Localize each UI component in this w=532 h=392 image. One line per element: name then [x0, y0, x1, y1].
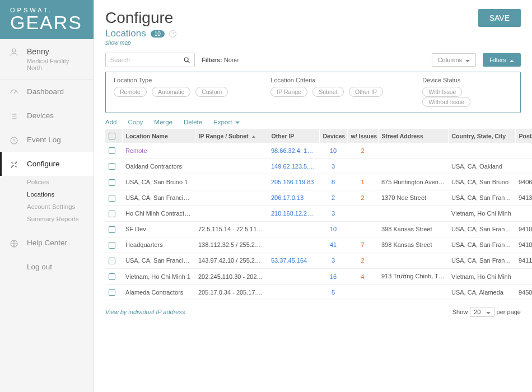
table-row[interactable]: USA, CA, San Bruno 1205.166.119.8381875 …: [105, 174, 532, 190]
row-checkbox[interactable]: [109, 211, 115, 217]
cell-issues[interactable]: 2: [347, 143, 378, 158]
pill-subnet[interactable]: Subnet: [312, 87, 343, 97]
table-row[interactable]: Vietnam, Ho Chi Minh 1202.245.110.30 - 2…: [105, 268, 532, 284]
cell-issues[interactable]: [347, 158, 378, 174]
nav-configure[interactable]: Configure: [0, 152, 94, 176]
cell-devices[interactable]: 10: [319, 221, 347, 237]
filter-type-label: Location Type: [114, 77, 270, 83]
col-postal[interactable]: Postal Code: [515, 129, 532, 143]
cell-name: Alameda Contractors: [122, 284, 195, 300]
table-row[interactable]: Remote98.66.32.4, 102.8...102: [105, 143, 532, 158]
cell-devices[interactable]: 5: [319, 284, 347, 300]
show-map-link[interactable]: show map: [105, 40, 176, 46]
subnav-summary[interactable]: Summary Reports: [27, 213, 94, 225]
nav-helpcenter[interactable]: Help Center: [0, 231, 94, 255]
cell-issues[interactable]: 2: [347, 190, 378, 206]
row-checkbox[interactable]: [109, 147, 115, 154]
nav-dashboard[interactable]: Dashboard: [0, 80, 94, 104]
pill-iprange[interactable]: IP Range: [270, 87, 307, 97]
cell-postal: [515, 268, 532, 284]
search-field[interactable]: [105, 53, 195, 67]
cell-issues[interactable]: [347, 284, 378, 300]
cell-other: [268, 268, 319, 284]
cell-issues[interactable]: [347, 221, 378, 237]
col-csc[interactable]: Country, State, City: [448, 129, 515, 143]
action-export[interactable]: Export: [213, 119, 240, 125]
pill-automatic[interactable]: Automatic: [152, 87, 190, 97]
row-checkbox[interactable]: [109, 289, 115, 296]
col-devices[interactable]: Devices: [319, 129, 347, 143]
table-row[interactable]: USA, CA, San Francisco 3143.97.42.10 / 2…: [105, 253, 532, 268]
pill-custom[interactable]: Custom: [195, 87, 228, 97]
cell-devices[interactable]: 10: [319, 143, 347, 158]
row-checkbox[interactable]: [109, 163, 115, 170]
cell-street: [378, 158, 448, 174]
cell-street: 875 Huntington Avenue: [378, 174, 448, 190]
cell-other: [268, 237, 319, 253]
nav-eventlog[interactable]: Event Log: [0, 128, 94, 152]
pill-remote[interactable]: Remote: [114, 87, 147, 97]
cell-issues[interactable]: [347, 206, 378, 221]
col-street[interactable]: Street Address: [378, 129, 448, 143]
col-name[interactable]: Location Name: [122, 129, 195, 143]
cell-street: 913 Trường Chinh, Tây Th...: [378, 268, 448, 284]
table-row[interactable]: Headquarters138.112.32.5 / 255.255.255.0…: [105, 237, 532, 253]
row-checkbox[interactable]: [109, 242, 115, 249]
table-row[interactable]: Alameda Contractors205.17.0.34 - 205.17.…: [105, 284, 532, 300]
cell-csc: Vietnam, Ho Chi Minh: [448, 206, 515, 221]
pill-withissue[interactable]: With Issue: [422, 87, 462, 97]
row-checkbox[interactable]: [109, 195, 115, 202]
cell-devices[interactable]: 3: [319, 206, 347, 221]
row-checkbox[interactable]: [109, 179, 115, 186]
table-row[interactable]: Ho Chi Minh Contractors210.168.12.28, 21…: [105, 206, 532, 221]
row-checkbox[interactable]: [109, 258, 115, 264]
action-add[interactable]: Add: [105, 119, 116, 125]
user-block[interactable]: Benny Medical Facility North: [0, 39, 94, 80]
cell-ip: [195, 158, 268, 174]
row-checkbox[interactable]: [109, 226, 115, 233]
cell-devices[interactable]: 41: [319, 237, 347, 253]
cell-devices[interactable]: 2: [319, 190, 347, 206]
cell-issues[interactable]: 7: [347, 237, 378, 253]
page-size-select[interactable]: 20: [470, 307, 494, 317]
nav-devices[interactable]: Devices: [0, 104, 94, 128]
col-other[interactable]: Other IP: [268, 129, 319, 143]
col-issues[interactable]: w/ Issues: [347, 129, 378, 143]
user-name: Benny: [27, 47, 86, 56]
cell-other: 98.66.32.4, 102.8...: [268, 143, 319, 158]
table-row[interactable]: USA, CA, San Francisco 2206.17.0.1322137…: [105, 190, 532, 206]
help-icon[interactable]: ?: [169, 30, 176, 38]
row-checkbox[interactable]: [109, 273, 115, 280]
cell-devices[interactable]: 3: [319, 158, 347, 174]
cell-devices[interactable]: 8: [319, 174, 347, 190]
cell-issues[interactable]: 4: [347, 268, 378, 284]
cell-devices[interactable]: 3: [319, 253, 347, 268]
filters-button[interactable]: Filters: [483, 53, 521, 67]
action-delete[interactable]: Delete: [184, 119, 202, 125]
save-button[interactable]: SAVE: [478, 9, 521, 27]
col-ip[interactable]: IP Range / Subnet: [195, 129, 268, 143]
table-row[interactable]: Oakland Contractors149.62.123.5, 208...3…: [105, 158, 532, 174]
cell-issues[interactable]: 1: [347, 174, 378, 190]
cell-issues[interactable]: 2: [347, 253, 378, 268]
cell-other: 53.37.45.164: [268, 253, 319, 268]
page-title: Configure: [105, 9, 176, 27]
columns-button[interactable]: Columns: [432, 53, 476, 67]
cell-other: 210.168.12.28, 21...: [268, 206, 319, 221]
pill-withoutissue[interactable]: Without Issue: [422, 97, 470, 107]
subnav-policies[interactable]: Policies: [27, 176, 94, 188]
cell-postal: 94501: [515, 284, 532, 300]
nav-logout[interactable]: Log out: [0, 255, 94, 279]
view-by-ip-link[interactable]: View by individual IP address: [105, 309, 185, 315]
brand-bottom: GEARS: [10, 13, 83, 31]
search-input[interactable]: [110, 57, 183, 63]
cell-name: Remote: [122, 143, 195, 158]
pill-otherip[interactable]: Other IP: [349, 87, 383, 97]
table-row[interactable]: SF Dev72.5.115.14 - 72.5.115.7610398 Kan…: [105, 221, 532, 237]
select-all-checkbox[interactable]: [109, 133, 115, 139]
action-merge[interactable]: Merge: [154, 119, 172, 125]
cell-devices[interactable]: 16: [319, 268, 347, 284]
subnav-locations[interactable]: Locations: [27, 188, 94, 200]
subnav-account[interactable]: Account Settings: [27, 200, 94, 213]
action-copy[interactable]: Copy: [128, 119, 143, 125]
